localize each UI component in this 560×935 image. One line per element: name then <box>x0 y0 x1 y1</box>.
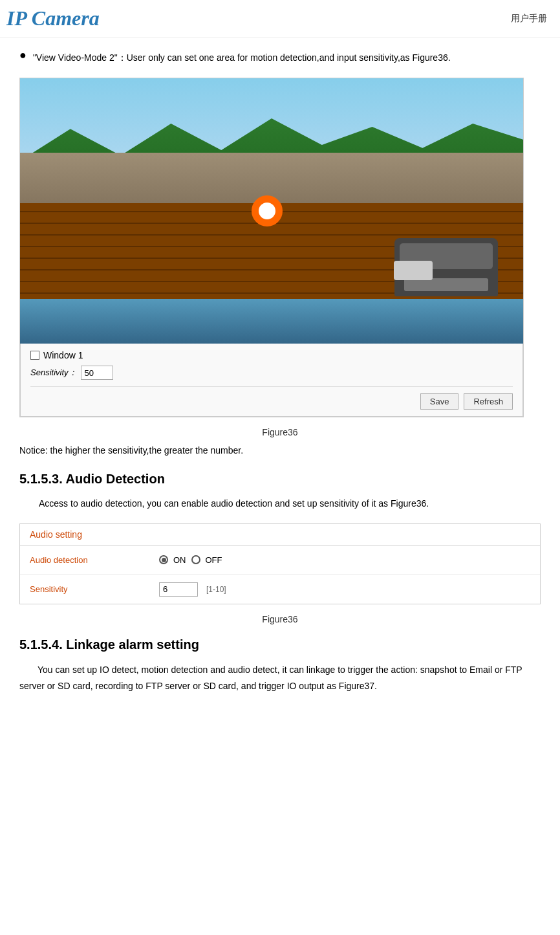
life-ring <box>252 195 283 226</box>
button-row: Save Refresh <box>30 386 513 410</box>
bullet-icon: ● <box>19 49 27 62</box>
window-checkbox-row: Window 1 <box>30 350 513 360</box>
refresh-button[interactable]: Refresh <box>464 393 513 410</box>
save-button[interactable]: Save <box>420 393 459 410</box>
audio-detection-content: ON OFF <box>159 555 222 565</box>
audio-sensitivity-input[interactable] <box>159 582 198 597</box>
section-515-4-heading: 5.1.5.4. Linkage alarm setting <box>19 637 541 652</box>
figure36-caption-2: Figure36 <box>19 614 541 624</box>
camera-image <box>20 78 523 344</box>
cam-pool <box>20 299 523 344</box>
audio-sensitivity-content: [1-10] <box>159 582 226 597</box>
camera-frame: Window 1 Sensitivity： Save Refresh <box>19 78 524 417</box>
audio-detection-row: Audio detection ON OFF <box>20 545 540 575</box>
radio-on[interactable] <box>159 555 168 564</box>
main-content: ● "View Video-Mode 2"：User only can set … <box>0 38 560 714</box>
off-label: OFF <box>206 555 222 565</box>
sensitivity-row: Sensitivity： <box>30 366 513 380</box>
page-header: IP Camera 用户手册 <box>0 0 560 38</box>
section-515-4-description: You can set up IO detect, motion detecti… <box>19 662 541 694</box>
logo-ip: IP <box>6 6 27 30</box>
window-checkbox[interactable] <box>30 351 39 360</box>
audio-sensitivity-row: Sensitivity [1-10] <box>20 575 540 604</box>
pillow <box>394 261 433 280</box>
notice-text: Notice: the higher the sensitivity,the g… <box>19 445 541 456</box>
figure36-caption: Figure36 <box>19 427 541 437</box>
audio-detection-label: Audio detection <box>30 555 159 565</box>
logo: IP Camera <box>6 6 100 30</box>
on-label: ON <box>173 555 186 565</box>
audio-sensitivity-label: Sensitivity <box>30 584 159 594</box>
sensitivity-label: Sensitivity： <box>30 367 77 379</box>
bullet-text: "View Video-Mode 2"：User only can set on… <box>33 50 451 65</box>
bullet-section: ● "View Video-Mode 2"：User only can set … <box>19 50 541 65</box>
range-hint: [1-10] <box>206 585 226 594</box>
controls-area: Window 1 Sensitivity： Save Refresh <box>20 344 523 417</box>
window-label: Window 1 <box>43 350 83 360</box>
section-515-3-heading: 5.1.5.3. Audio Detection <box>19 472 541 487</box>
audio-panel-header: Audio setting <box>20 524 540 545</box>
manual-label: 用户手册 <box>511 13 547 25</box>
section-515-3-description: Access to audio detection, you can enabl… <box>39 496 541 512</box>
audio-panel: Audio setting Audio detection ON OFF Sen… <box>19 523 541 604</box>
logo-camera: Camera <box>27 6 100 30</box>
radio-off[interactable] <box>191 555 200 564</box>
sensitivity-input[interactable] <box>81 366 113 380</box>
